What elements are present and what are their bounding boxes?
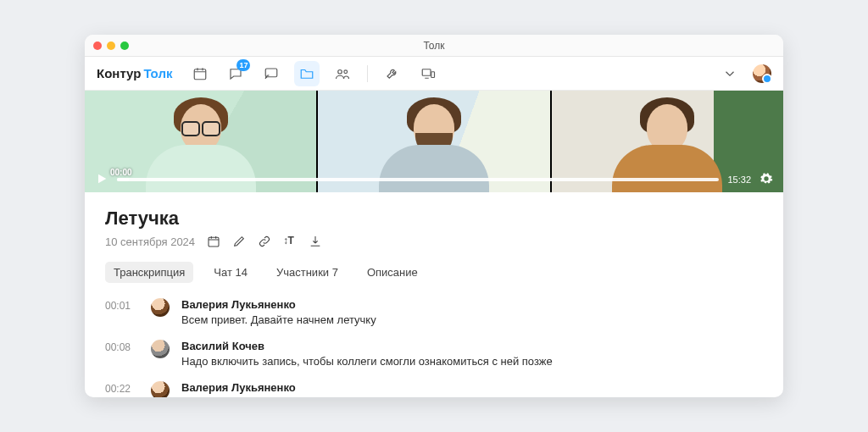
entry-avatar (151, 340, 170, 358)
meeting-meta-row: 10 сентября 2024 ↕T (105, 235, 763, 248)
text-format-button[interactable]: ↕T (283, 235, 297, 248)
calendar-button[interactable] (187, 61, 213, 86)
player-settings-button[interactable] (760, 172, 773, 187)
calendar-icon (192, 66, 208, 81)
participants-button[interactable] (330, 61, 355, 86)
transcript-entry: 00:08Василий КочевНадо включить запись, … (105, 340, 763, 368)
transcript-entry: 00:22Валерия ЛукьяненкоДа, уже (105, 381, 763, 397)
tab-description[interactable]: Описание (359, 262, 426, 283)
calendar-icon (207, 235, 220, 248)
content-tabs: Транскрипция Чат 14 Участники 7 Описание (105, 262, 763, 283)
account-menu-button[interactable] (717, 61, 743, 86)
pencil-icon (232, 235, 246, 248)
transcript-entry: 00:01Валерия ЛукьяненкоВсем привет. Дава… (105, 298, 763, 326)
wrench-icon (385, 66, 400, 81)
entry-speaker-name: Валерия Лукьяненко (181, 298, 376, 311)
transcript-list: 00:01Валерия ЛукьяненкоВсем привет. Дава… (105, 298, 763, 397)
devices-button[interactable] (415, 61, 441, 86)
svg-rect-5 (431, 71, 435, 77)
entry-text: Надо включить запись, чтобы коллеги смог… (181, 355, 553, 368)
entry-text: Всем привет. Давайте начнем летучку (181, 313, 376, 326)
meeting-title: Летучка (105, 208, 763, 230)
people-icon (335, 66, 350, 81)
entry-speaker-name: Василий Кочев (181, 340, 553, 352)
meeting-date: 10 сентября 2024 (105, 235, 195, 248)
entry-avatar (151, 298, 170, 317)
devices-icon (420, 66, 436, 81)
entry-timestamp[interactable]: 00:01 (105, 298, 139, 326)
link-icon (258, 235, 271, 248)
cast-button[interactable] (259, 61, 284, 86)
toolbar-separator (367, 65, 368, 82)
main-toolbar: Контур Толк 17 (85, 57, 783, 91)
chevron-down-icon (722, 66, 737, 81)
chat-button[interactable]: 17 (223, 61, 248, 86)
svg-point-2 (338, 69, 342, 74)
brand-logo: Контур Толк (97, 66, 172, 80)
titlebar: Толк (85, 35, 783, 57)
edit-button[interactable] (232, 235, 246, 248)
player-controls: 15:32 (85, 172, 783, 187)
video-player: 00:00 15:32 (85, 91, 783, 192)
svg-rect-6 (209, 237, 219, 246)
meeting-content: Летучка 10 сентября 2024 ↕T Транскрипция… (85, 192, 783, 397)
svg-rect-0 (195, 69, 207, 79)
svg-rect-4 (423, 69, 431, 75)
svg-point-3 (344, 69, 348, 73)
chat-badge: 17 (236, 59, 250, 71)
window-title: Толк (85, 40, 783, 52)
gear-icon (760, 172, 773, 186)
video-duration: 15:32 (727, 174, 751, 185)
brand-part2: Толк (143, 66, 172, 80)
tab-transcription[interactable]: Транскрипция (105, 262, 193, 283)
brand-part1: Контур (97, 66, 141, 80)
tab-participants[interactable]: Участники 7 (268, 262, 347, 283)
app-window: Толк Контур Толк 17 (85, 35, 783, 397)
entry-avatar (151, 381, 170, 397)
recordings-button[interactable] (294, 61, 320, 86)
play-button[interactable] (95, 172, 108, 187)
cast-icon (264, 66, 279, 81)
user-avatar[interactable] (753, 64, 771, 83)
copy-link-button[interactable] (258, 235, 271, 248)
download-icon (309, 235, 322, 248)
entry-speaker-name: Валерия Лукьяненко (181, 381, 296, 394)
entry-text: Да, уже (181, 396, 296, 397)
entry-timestamp[interactable]: 00:22 (105, 381, 139, 397)
folder-icon (299, 66, 314, 81)
settings-button[interactable] (380, 61, 405, 86)
tab-chat[interactable]: Чат 14 (205, 262, 256, 283)
entry-timestamp[interactable]: 00:08 (105, 340, 139, 368)
play-icon (95, 172, 108, 186)
schedule-button[interactable] (207, 235, 220, 248)
download-button[interactable] (309, 235, 322, 248)
seek-track[interactable] (117, 178, 719, 181)
